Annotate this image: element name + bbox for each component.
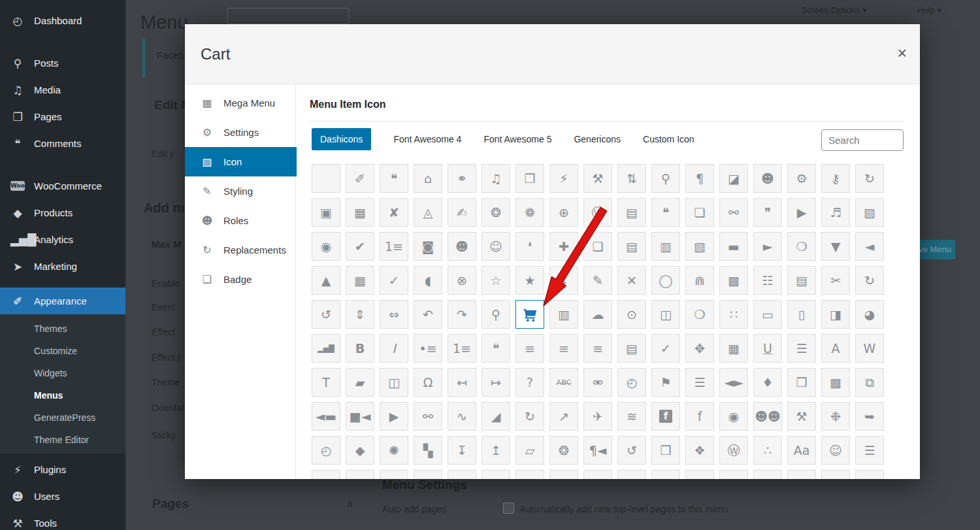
dashicon-location-alt[interactable]: ❒ (787, 368, 816, 397)
dashicon-align-none[interactable]: ▬ (719, 232, 748, 261)
dashicon-plus-alt[interactable]: ✚ (787, 470, 816, 479)
dashicon-editor-removeformatting[interactable]: ▰ (346, 368, 374, 397)
dashicon-arrow-down[interactable]: ▼ (821, 232, 850, 261)
dashicon-arrow-up-alt[interactable]: ▴ (719, 470, 748, 479)
dashicon-arrow-left-alt[interactable]: ◂ (651, 470, 680, 479)
dashicon-share[interactable]: ⚯ (414, 402, 442, 431)
dashicon-welcome-learn-more[interactable]: ◬ (414, 198, 442, 227)
dashicon-arrow-left[interactable]: ◄ (855, 232, 884, 261)
dashicon-editor-bold[interactable]: B (346, 334, 374, 363)
sidebar-item-users[interactable]: ☻Users (0, 483, 125, 510)
dashicon-screenoptions[interactable]: ∷ (719, 300, 748, 329)
dashicon-networking[interactable]: ⚯ (719, 198, 748, 227)
dashicon-id-alt[interactable]: ▥ (549, 470, 578, 479)
dashicon-image-filter[interactable]: ◪ (719, 164, 748, 193)
dashicon-arrow-left-alt2[interactable]: ◖ (414, 266, 442, 295)
sidebar-item-themes[interactable]: Themes (0, 314, 125, 340)
dashicon-admin-sticky[interactable]: ❏ (685, 198, 714, 227)
dashicon-arrow-right[interactable]: ► (753, 232, 782, 261)
dashicon-exerpt-view[interactable]: ▤ (787, 266, 816, 295)
dashicon-editor-paste-text[interactable]: T (312, 368, 340, 397)
dashicon-editor-ul[interactable]: •≡ (414, 334, 442, 363)
sidebar-item-tools[interactable]: ⚒Tools (0, 510, 125, 530)
dashicon-media-video[interactable]: ▶ (787, 198, 816, 227)
dashicon-video-alt2[interactable]: ■◄ (346, 402, 374, 431)
dashicon-images-alt2[interactable]: ⧉ (855, 368, 884, 397)
dashicon-dot[interactable]: ◦ (821, 470, 850, 479)
sidebar-item-products[interactable]: ◆Products (0, 199, 125, 226)
dashicon-shield[interactable]: ◆ (448, 470, 476, 479)
modal-tab-styling[interactable]: ✎Styling (185, 176, 295, 206)
dashicon-media-text[interactable]: ▤ (617, 198, 646, 227)
dashicon-admin-links[interactable]: ⚭ (448, 164, 476, 193)
dashicon-editor-textcolor[interactable]: A (821, 334, 850, 363)
dashicon-editor-strikethrough[interactable]: A̶B̶C̶ (549, 368, 578, 397)
dashicon-twitter[interactable]: ✈ (583, 402, 612, 431)
dashicon-visibility[interactable]: ⊙ (617, 300, 646, 329)
dashicon-portfolio[interactable]: ❒ (651, 436, 680, 465)
dashicon-no-alt[interactable]: ✕ (617, 266, 646, 295)
dashicon-rss[interactable]: ≋ (617, 402, 646, 431)
tab-custom-icon[interactable]: Custom Icon (643, 134, 694, 144)
dashicon-editor-quote[interactable]: ❝ (482, 334, 510, 363)
dashicon-arrow-up[interactable]: ▲ (312, 266, 340, 295)
dashicon-editor-italic[interactable]: I (380, 334, 408, 363)
dashicon-migrate[interactable]: ➥ (855, 402, 884, 431)
dashicon-upload[interactable]: ↥ (482, 436, 510, 465)
dashicon-id[interactable]: ▤ (515, 470, 544, 479)
dashicon-cart[interactable] (515, 300, 544, 329)
dashicon-location[interactable]: ♦ (753, 368, 782, 397)
sidebar-item-widgets[interactable]: Widgets (0, 362, 125, 384)
dashicon-category[interactable]: ▱ (515, 436, 544, 465)
dashicon-image-flip-vertical[interactable]: ⇕ (346, 300, 374, 329)
dashicon-leftright[interactable]: ◄► (719, 368, 748, 397)
dashicon-search-alt[interactable]: ❍ (685, 300, 714, 329)
dashicon-format-audio[interactable]: ♬ (821, 198, 850, 227)
sidebar-item-posts[interactable]: ⚲Posts (0, 50, 125, 76)
dashicon-image-rotate[interactable]: ↻ (855, 266, 884, 295)
dashicon-editor-help[interactable]: ? (515, 368, 544, 397)
dashicon-marker-alt[interactable]: ● (617, 470, 646, 479)
dashicon-performance[interactable]: ◴ (312, 436, 340, 465)
sidebar-item-plugins[interactable]: ⚡Plugins (0, 456, 125, 483)
dashicon-art[interactable]: ❉ (821, 402, 850, 431)
dashicon-external[interactable]: ↗ (549, 402, 578, 431)
dashicon-welcome-view-site[interactable]: ▣ (312, 198, 340, 227)
dashicon-align-center[interactable]: ▤ (617, 232, 646, 261)
tab-genericons[interactable]: Genericons (574, 134, 621, 144)
dashicon-editor-ol-rtl[interactable]: 1≡ (380, 232, 408, 261)
dashicon-video-alt[interactable]: ◄▬ (312, 402, 340, 431)
modal-tab-mega-menu[interactable]: ▦Mega Menu (185, 88, 295, 118)
dashicon-yes-alt[interactable]: ✔ (346, 232, 374, 261)
dashicon-divider[interactable]: ❘ (855, 470, 884, 479)
dashicon-image-crop[interactable]: ✂ (821, 266, 850, 295)
dashicon-smiley[interactable]: ☺ (821, 436, 850, 465)
dashicon-sticky[interactable]: ❏ (583, 470, 612, 479)
dashicon-admin-home[interactable]: ⌂ (414, 164, 442, 193)
dashicon-editor-insertmore[interactable]: ▤ (617, 334, 646, 363)
sidebar-item-pages[interactable]: ❐Pages (0, 103, 125, 130)
dashicon-star-empty[interactable]: ☆ (482, 266, 510, 295)
dashicon-star-filled[interactable]: ★ (515, 266, 544, 295)
dashicon-forms[interactable]: ▚ (414, 436, 442, 465)
tab-dashicons[interactable]: Dashicons (312, 128, 371, 150)
dashicon-groups[interactable]: ☻☻ (753, 402, 782, 431)
dashicon-admin-post[interactable]: ⚲ (651, 164, 680, 193)
modal-tab-settings[interactable]: ⚙Settings (185, 118, 295, 147)
dashicon-sort[interactable]: ↕ (549, 266, 578, 295)
dashicon-align-right[interactable]: ▥ (651, 232, 680, 261)
dashicon-arrow-right-alt[interactable]: ▸ (685, 470, 714, 479)
sidebar-item-analytics[interactable]: ▂▅█Analytics (0, 226, 125, 253)
dashicon-book[interactable]: ❐ (312, 470, 340, 479)
dashicon-lock[interactable]: ⋒ (685, 266, 714, 295)
dashicon-editor-ltr[interactable]: ¶◄ (583, 436, 612, 465)
dashicon-editor-unlink[interactable]: ⚮ (583, 368, 612, 397)
dashicon-plus[interactable]: ✚ (549, 232, 578, 261)
dashicon-editor-alignright[interactable]: ≡ (583, 334, 612, 363)
dashicon-welcome-comments[interactable]: ✘ (380, 198, 408, 227)
dashicon-download[interactable]: ↧ (448, 436, 476, 465)
dashicon-editor-indent[interactable]: ↦ (482, 368, 510, 397)
sidebar-item-generatepress[interactable]: GeneratePress (0, 406, 125, 429)
dashicon-feedback[interactable]: ▥ (549, 300, 578, 329)
dashicon-arrow-down-alt[interactable]: ▾ (753, 470, 782, 479)
